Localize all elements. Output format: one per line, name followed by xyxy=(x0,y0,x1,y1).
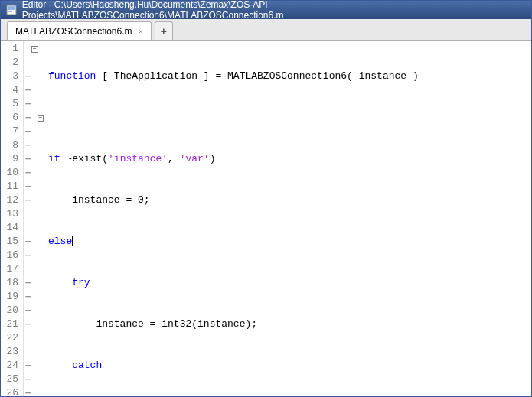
fold-row: − xyxy=(24,373,44,386)
window-title: Editor - C:\Users\Haosheng.Hu\Documents\… xyxy=(22,0,527,21)
line-number: 8 xyxy=(1,138,23,152)
line-number: 9 xyxy=(1,152,23,166)
fold-row: − xyxy=(24,290,44,304)
text-cursor xyxy=(72,236,73,246)
fold-row: − − xyxy=(24,111,44,125)
fold-row: − xyxy=(24,249,44,262)
line-number: 21 xyxy=(1,317,23,331)
line-number: 13 xyxy=(1,207,23,221)
line-number: 2 xyxy=(1,56,23,70)
code-line[interactable]: try xyxy=(48,276,531,290)
line-number: 5 xyxy=(1,97,23,111)
line-number: 23 xyxy=(1,345,23,359)
fold-row: − xyxy=(24,166,44,180)
code-line[interactable]: if ~exist('instance', 'var') xyxy=(48,152,531,166)
fold-gutter: − − − − − − − − − − − − − − − − − − − − … xyxy=(24,41,44,396)
fold-collapse-icon[interactable]: − xyxy=(38,115,44,122)
add-tab-button[interactable]: + xyxy=(155,21,173,40)
fold-row: − xyxy=(24,83,44,97)
fold-row: − xyxy=(24,317,44,331)
fold-row: − xyxy=(24,125,44,138)
fold-row xyxy=(24,331,44,345)
line-number: 1 xyxy=(1,42,23,56)
line-number: 25 xyxy=(1,373,23,386)
line-number: 4 xyxy=(1,83,23,97)
fold-row xyxy=(24,345,44,359)
line-number: 12 xyxy=(1,194,23,207)
line-number: 24 xyxy=(1,359,23,373)
line-number: 19 xyxy=(1,290,23,304)
fold-row xyxy=(24,207,44,221)
line-number: 20 xyxy=(1,304,23,317)
fold-row: − xyxy=(24,194,44,207)
fold-row: − xyxy=(24,138,44,152)
editor-area: 1 2 3 4 5 6 7 8 9 10 11 12 13 14 15 16 1… xyxy=(1,41,531,396)
code-line[interactable]: else xyxy=(48,235,531,249)
line-number: 6 xyxy=(1,111,23,125)
line-number: 16 xyxy=(1,249,23,262)
code-line[interactable]: function [ TheApplication ] = MATLABZOSC… xyxy=(48,70,531,83)
line-number: 7 xyxy=(1,125,23,138)
line-number: 11 xyxy=(1,180,23,194)
line-number: 18 xyxy=(1,276,23,290)
code-line[interactable] xyxy=(48,111,531,125)
line-number: 22 xyxy=(1,331,23,345)
fold-row: − xyxy=(24,276,44,290)
fold-row: − xyxy=(24,42,44,56)
fold-row: − xyxy=(24,235,44,249)
tab-matlabzosconnection6[interactable]: MATLABZOSConnection6.m × xyxy=(7,21,152,40)
line-number: 26 xyxy=(1,386,23,397)
code-area[interactable]: function [ TheApplication ] = MATLABZOSC… xyxy=(44,41,531,396)
fold-row xyxy=(24,262,44,276)
fold-row: − xyxy=(24,70,44,83)
line-number: 3 xyxy=(1,70,23,83)
fold-row: − xyxy=(24,304,44,317)
fold-row xyxy=(24,56,44,70)
fold-row: − xyxy=(24,180,44,194)
fold-row: − xyxy=(24,386,44,397)
fold-collapse-icon[interactable]: − xyxy=(31,46,38,53)
line-number-gutter: 1 2 3 4 5 6 7 8 9 10 11 12 13 14 15 16 1… xyxy=(1,41,24,396)
fold-row: − xyxy=(24,359,44,373)
code-line[interactable]: catch xyxy=(48,359,531,373)
line-number: 10 xyxy=(1,166,23,180)
code-line[interactable]: instance = int32(instance); xyxy=(48,317,531,331)
fold-row: − xyxy=(24,152,44,166)
fold-row xyxy=(24,221,44,235)
tab-bar: MATLABZOSConnection6.m × + xyxy=(1,19,531,41)
tab-label: MATLABZOSConnection6.m xyxy=(15,26,132,37)
title-bar: Editor - C:\Users\Haosheng.Hu\Documents\… xyxy=(1,1,531,19)
close-icon[interactable]: × xyxy=(139,27,143,36)
fold-row: − xyxy=(24,97,44,111)
line-number: 15 xyxy=(1,235,23,249)
code-line[interactable]: instance = 0; xyxy=(48,194,531,207)
line-number: 14 xyxy=(1,221,23,235)
app-icon xyxy=(5,4,18,16)
line-number: 17 xyxy=(1,262,23,276)
